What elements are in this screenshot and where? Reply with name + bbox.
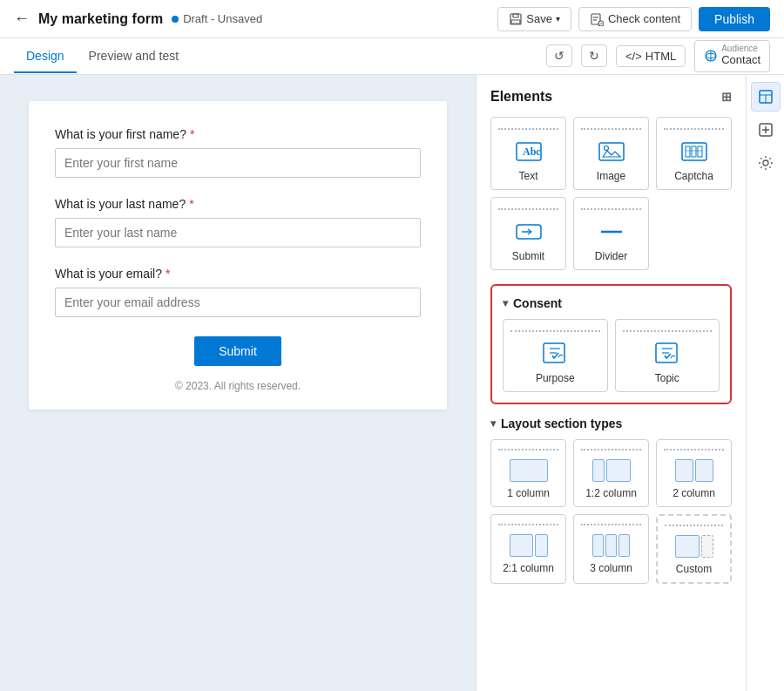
right-toolbar <box>746 75 784 691</box>
redo-button[interactable]: ↻ <box>581 44 607 67</box>
form-title: My marketing form <box>38 11 163 27</box>
image-element-icon <box>596 139 627 165</box>
svg-point-29 <box>763 160 768 166</box>
layout-grid: 1 column 1:2 column <box>490 439 732 584</box>
element-purpose[interactable]: Purpose <box>503 319 608 392</box>
submit-button[interactable]: Submit <box>194 336 281 366</box>
panel-expand-icon[interactable]: ⊞ <box>721 90 732 104</box>
consent-chevron-icon: ▾ <box>503 297 508 309</box>
element-submit[interactable]: Submit <box>490 197 566 270</box>
draft-dot-icon <box>172 16 179 23</box>
tab-design[interactable]: Design <box>14 40 77 73</box>
element-text[interactable]: Abc Text <box>490 117 566 190</box>
elements-grid: Abc Text Image <box>490 117 732 270</box>
last-name-label: What is your last name? * <box>55 197 421 211</box>
email-label: What is your email? * <box>55 267 421 281</box>
toolbar-elements-button[interactable] <box>751 82 781 112</box>
check-icon <box>590 12 604 26</box>
consent-section-header[interactable]: ▾ Consent <box>503 296 720 310</box>
settings-icon <box>758 155 774 171</box>
element-image-label: Image <box>597 170 625 182</box>
subheader-right: ↺ ↻ </> HTML Audience Contact <box>546 40 770 72</box>
layout-1-2col[interactable]: 1:2 column <box>573 439 649 507</box>
draft-label: Draft - Unsaved <box>183 12 262 25</box>
form-card: What is your first name? * What is your … <box>29 101 447 410</box>
2col-preview <box>675 459 713 482</box>
email-input[interactable] <box>55 288 421 317</box>
consent-section: ▾ Consent <box>490 284 732 404</box>
element-divider[interactable]: Divider <box>573 197 649 270</box>
topic-element-icon <box>652 341 683 367</box>
subheader: Design Preview and test ↺ ↻ </> HTML Aud… <box>0 38 784 75</box>
element-purpose-label: Purpose <box>536 372 575 384</box>
elements-panel: Elements ⊞ Abc Text <box>476 75 746 691</box>
audience-box: Audience Contact <box>694 40 770 72</box>
2-1col-preview <box>510 534 548 557</box>
last-name-input[interactable] <box>55 218 421 247</box>
publish-label: Publish <box>714 12 754 26</box>
save-icon <box>509 12 523 26</box>
audience-label: Audience <box>721 44 760 53</box>
main-layout: What is your first name? * What is your … <box>0 75 784 691</box>
layout-custom-label: Custom <box>676 563 712 575</box>
svg-rect-0 <box>510 14 521 24</box>
html-label: HTML <box>645 50 676 63</box>
form-footer: © 2023. All rights reserved. <box>55 380 421 392</box>
required-asterisk: * <box>190 127 194 141</box>
email-group: What is your email? * <box>55 267 421 317</box>
check-content-label: Check content <box>608 12 680 25</box>
header-right: Save ▾ Check content Publish <box>497 7 770 31</box>
first-name-input[interactable] <box>55 148 421 178</box>
element-submit-label: Submit <box>512 250 544 262</box>
required-asterisk-2: * <box>189 197 193 211</box>
svg-text:Abc: Abc <box>523 146 541 158</box>
consent-grid: Purpose <box>503 319 720 392</box>
layout-1col[interactable]: 1 column <box>490 439 566 507</box>
layout-section-header[interactable]: ▾ Layout section types <box>490 417 732 430</box>
header: ← My marketing form Draft - Unsaved Save… <box>0 0 784 38</box>
layout-title: Layout section types <box>501 417 622 430</box>
layout-2col[interactable]: 2 column <box>656 439 732 507</box>
first-name-group: What is your first name? * <box>55 127 421 178</box>
submit-element-icon <box>513 219 544 245</box>
publish-button[interactable]: Publish <box>699 7 770 31</box>
1-2col-preview <box>592 459 631 482</box>
text-element-icon: Abc <box>513 139 544 165</box>
layout-2col-label: 2 column <box>672 487 715 499</box>
toolbar-add-button[interactable] <box>751 115 781 145</box>
html-button[interactable]: </> HTML <box>616 45 686 67</box>
save-button[interactable]: Save ▾ <box>497 7 571 31</box>
purpose-element-icon <box>539 341 571 367</box>
element-text-label: Text <box>518 170 537 182</box>
layout-3col[interactable]: 3 column <box>573 514 649 584</box>
header-left: ← My marketing form Draft - Unsaved <box>14 10 262 28</box>
captcha-element-icon <box>679 139 710 165</box>
back-button[interactable]: ← <box>14 10 30 28</box>
layout-2-1col-label: 2:1 column <box>503 562 554 574</box>
layout-3col-label: 3 column <box>590 562 632 574</box>
element-divider-label: Divider <box>595 250 627 262</box>
layout-2-1col[interactable]: 2:1 column <box>490 514 566 584</box>
elements-icon <box>758 89 774 105</box>
tabs: Design Preview and test <box>14 40 191 73</box>
layout-chevron-icon: ▾ <box>490 417 496 430</box>
element-captcha[interactable]: Captcha <box>656 117 732 190</box>
element-image[interactable]: Image <box>573 117 649 190</box>
layout-custom[interactable]: Custom <box>656 514 732 584</box>
consent-title: Consent <box>513 296 562 310</box>
svg-rect-2 <box>511 20 520 24</box>
undo-button[interactable]: ↺ <box>546 44 572 67</box>
html-icon: </> <box>625 50 642 63</box>
last-name-group: What is your last name? * <box>55 197 421 247</box>
tab-preview[interactable]: Preview and test <box>77 40 192 73</box>
draft-badge: Draft - Unsaved <box>172 12 262 25</box>
audience-value: Contact <box>721 53 760 68</box>
1col-preview <box>510 459 548 482</box>
custom-preview <box>675 535 713 558</box>
check-content-button[interactable]: Check content <box>578 7 692 31</box>
audience-icon <box>704 49 718 63</box>
svg-rect-17 <box>686 150 702 152</box>
toolbar-settings-button[interactable] <box>751 148 781 178</box>
element-topic[interactable]: Topic <box>615 319 720 392</box>
divider-element-icon <box>596 219 627 245</box>
